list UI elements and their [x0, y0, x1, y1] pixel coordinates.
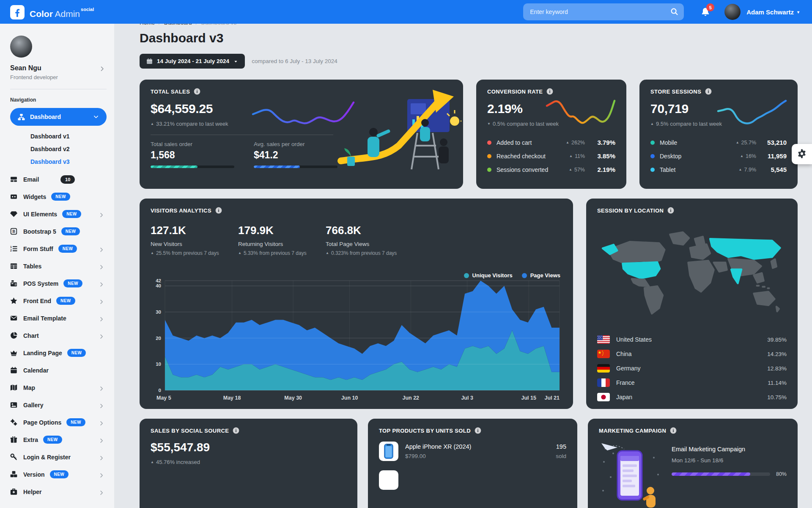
world-map[interactable] [597, 218, 787, 329]
date-range-button[interactable]: 14 July 2024 - 21 July 2024 [140, 54, 245, 69]
sidebar-item[interactable]: Tables [10, 257, 107, 275]
sidebar-item[interactable]: Gallery [10, 396, 107, 414]
metric-value: 5,545 [756, 166, 787, 173]
user-menu[interactable]: Adam Schwartz ▾ [746, 8, 799, 16]
legend-item[interactable]: Page Views [522, 272, 560, 279]
sidebar-item-icon [10, 210, 17, 218]
campaign-body: Email Marketing Campaign Mon 12/6 - Sun … [599, 436, 787, 508]
sidebar-item[interactable]: Version NEW [10, 466, 107, 483]
info-icon[interactable] [705, 88, 712, 95]
sidebar-item[interactable]: Email Template [10, 309, 107, 327]
country-row: France 11.14% [597, 375, 787, 390]
sidebar-item[interactable]: Extra NEW [10, 431, 107, 448]
product-row-partial[interactable] [379, 470, 566, 490]
submetric-label: Avg. sales per order [254, 141, 337, 147]
country-name: Japan [616, 394, 632, 400]
sidebar-subitem-label: Dashboard v3 [30, 158, 70, 165]
card-title: MARKETING CAMPAIGN [599, 428, 666, 434]
sidebar-subitem[interactable]: Dashboard v3 [10, 155, 107, 168]
metric-row: Desktop ▲16% 11,959 [650, 152, 787, 160]
sidebar-user[interactable]: Sean Ngu [10, 64, 107, 72]
conversion-sparkline [544, 98, 617, 126]
info-icon[interactable] [194, 88, 200, 95]
sidebar-item-label: Login & Register [23, 454, 71, 461]
user-name: Adam Schwartz [746, 8, 794, 16]
product-thumbnail [379, 470, 398, 490]
chevron-down-icon [94, 114, 99, 119]
sidebar-user-role: Frontend developer [10, 74, 107, 80]
date-filter-row: 14 July 2024 - 21 July 2024 compared to … [140, 54, 798, 69]
product-price: $799.00 [405, 453, 471, 459]
metric-value: 3.79% [585, 139, 615, 146]
sidebar-item[interactable]: B Bootstrap 5 NEW [10, 223, 107, 240]
product-thumbnail [379, 442, 398, 461]
sidebar-item[interactable]: Landing Page NEW [10, 344, 107, 362]
sidebar-item-label: Email [23, 176, 39, 183]
metric-value: 2.19% [585, 166, 615, 173]
sidebar-item[interactable]: Calendar [10, 362, 107, 379]
progress-bar [672, 472, 750, 476]
info-icon[interactable] [546, 88, 553, 95]
product-qty: 195 sold [556, 443, 566, 459]
svg-text:Jul 3: Jul 3 [461, 395, 473, 401]
sidebar-item[interactable]: 12 Form Stuff NEW [10, 240, 107, 257]
theme-settings-button[interactable] [792, 144, 812, 164]
stacked-area-chart[interactable]: 01020304042May 5May 18May 30Jun 10Jun 22… [151, 271, 562, 403]
status-dot [487, 154, 491, 158]
svg-text:May 30: May 30 [284, 395, 302, 401]
sidebar-item-icon [10, 453, 17, 461]
product-info: Apple iPhone XR (2024) $799.00 [405, 443, 471, 459]
app-header: Color Adminsocial 5 Adam Schwartz ▾ [0, 0, 812, 24]
chevron-right-icon [99, 66, 105, 71]
brand-light: Admin [55, 9, 80, 19]
sidebar-item[interactable]: POS System NEW [10, 275, 107, 292]
chevron-right-icon [99, 472, 104, 477]
sidebar-item[interactable]: Front End NEW [10, 292, 107, 309]
sidebar-subitem[interactable]: Dashboard v2 [10, 143, 107, 155]
sidebar-item[interactable]: Helper [10, 483, 107, 500]
sidebar-item[interactable]: Map [10, 379, 107, 396]
notifications-button[interactable]: 5 [701, 7, 710, 17]
country-name: Germany [616, 365, 641, 372]
sidebar-item-dashboard[interactable]: Dashboard [10, 108, 107, 126]
info-icon[interactable] [667, 207, 674, 214]
info-icon[interactable] [215, 207, 222, 214]
user-avatar[interactable] [724, 4, 741, 20]
country-flag-icon [597, 335, 610, 344]
sidebar-item[interactable]: Widgets NEW [10, 188, 107, 205]
search-icon[interactable] [670, 8, 678, 16]
progress-track [672, 472, 770, 476]
stat-label: Returning Visitors [238, 241, 326, 247]
stat-column: 127.1K New Visitors ▲25.5% from previous… [151, 224, 238, 256]
country-row: China 14.23% [597, 347, 787, 361]
sidebar-subitem-label: Dashboard v1 [30, 133, 70, 140]
brand-logo[interactable]: Color Adminsocial [10, 4, 94, 19]
sidebar-subitem[interactable]: Dashboard v1 [10, 130, 107, 143]
metric-change: ▲57% [554, 167, 585, 173]
sidebar-avatar[interactable] [10, 36, 32, 58]
metric-row: Added to cart ▲262% 3.79% [487, 139, 615, 146]
sidebar-item[interactable]: Chart [10, 327, 107, 344]
sidebar-item[interactable]: Email 10 [10, 171, 107, 188]
info-icon[interactable] [233, 427, 239, 434]
stat-change: ▲0.323% from previous 7 days [326, 250, 413, 256]
info-icon[interactable] [670, 427, 677, 434]
trend-up-icon: ▲ [569, 168, 572, 171]
gear-icon [797, 149, 807, 160]
stat-change-text: 25.5% from previous 7 days [156, 250, 219, 256]
sidebar-item[interactable]: Login & Register [10, 448, 107, 466]
sidebar-item[interactable]: UI Elements NEW [10, 205, 107, 223]
legend-item[interactable]: Unique Visitors [464, 272, 513, 279]
sidebar-item[interactable]: Page Options NEW [10, 414, 107, 431]
country-flag-icon [597, 364, 610, 373]
product-row[interactable]: Apple iPhone XR (2024) $799.00 195 sold [379, 442, 566, 461]
product-qty-unit: sold [556, 453, 566, 459]
svg-text:Jun 10: Jun 10 [341, 395, 358, 401]
metric-row: Reached checkout ▲11% 3.85% [487, 152, 615, 160]
info-icon[interactable] [475, 427, 481, 434]
sidebar-item-icon [10, 471, 17, 478]
search-input[interactable] [523, 3, 684, 20]
social-sales-value: $55,547.89 [151, 441, 346, 454]
legend-label: Page Views [530, 272, 560, 279]
progress-bar [254, 166, 300, 168]
